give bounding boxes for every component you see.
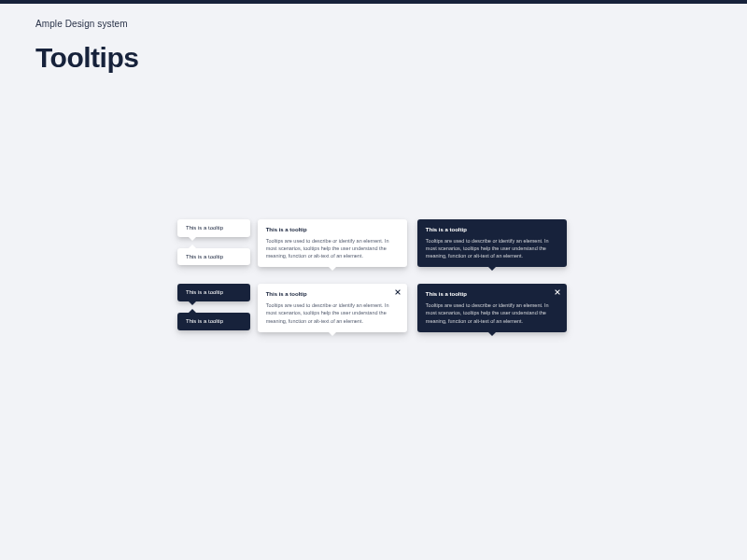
tooltip-rich-light-closable: This is a tooltip Tooltips are used to d… <box>258 284 407 331</box>
tooltip-row-light: This is a tooltip This is a tooltip This… <box>177 219 570 267</box>
tooltip-body: Tooltips are used to describe or identif… <box>426 237 558 260</box>
tooltip-examples-canvas: This is a tooltip This is a tooltip This… <box>177 219 570 349</box>
tooltip-rich-dark-closable: This is a tooltip Tooltips are used to d… <box>417 284 567 331</box>
page-header: Ample Design system Tooltips <box>0 4 747 74</box>
tooltip-body: Tooltips are used to describe or identif… <box>426 301 558 325</box>
caret-down-icon <box>488 267 496 271</box>
tooltip-simple-dark-arrow-top: This is a tooltip <box>177 313 250 330</box>
caret-down-icon <box>329 332 336 336</box>
tooltip-text: This is a tooltip <box>186 318 223 324</box>
tooltip-simple-dark-arrow-bottom: This is a tooltip <box>177 284 250 301</box>
tooltip-simple-light-arrow-bottom: This is a tooltip <box>177 219 250 237</box>
caret-down-icon <box>189 237 196 241</box>
page-title: Tooltips <box>35 42 712 74</box>
caret-up-icon <box>189 245 196 248</box>
tooltip-text: This is a tooltip <box>186 225 223 231</box>
tooltip-title: This is a tooltip <box>426 290 558 299</box>
breadcrumb: Ample Design system <box>35 19 712 29</box>
caret-down-icon <box>329 267 336 271</box>
tooltip-title: This is a tooltip <box>426 226 558 234</box>
caret-down-icon <box>189 301 196 305</box>
tooltip-body: Tooltips are used to describe or identif… <box>266 301 399 325</box>
close-icon[interactable] <box>394 288 402 296</box>
tooltip-rich-dark: This is a tooltip Tooltips are used to d… <box>417 219 567 267</box>
caret-up-icon <box>189 309 196 313</box>
close-icon[interactable] <box>554 288 561 296</box>
tooltip-rich-light: This is a tooltip Tooltips are used to d… <box>258 219 407 267</box>
tooltip-title: This is a tooltip <box>266 226 399 234</box>
caret-down-icon <box>488 332 496 336</box>
tooltip-body: Tooltips are used to describe or identif… <box>266 237 399 260</box>
tooltip-title: This is a tooltip <box>266 290 399 299</box>
tooltip-row-dark: This is a tooltip This is a tooltip This… <box>177 284 570 331</box>
tooltip-text: This is a tooltip <box>186 254 223 259</box>
tooltip-simple-light-arrow-top: This is a tooltip <box>177 248 250 266</box>
tooltip-text: This is a tooltip <box>186 289 223 295</box>
